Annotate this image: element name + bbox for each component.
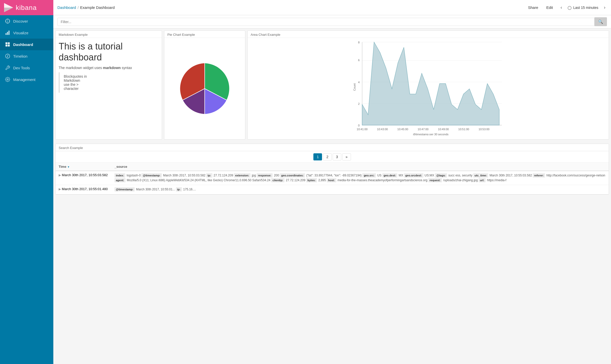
pie-chart-svg	[177, 61, 233, 117]
gear-icon	[5, 77, 10, 82]
page-1-button[interactable]: 1	[313, 153, 322, 160]
breadcrumb: Dashboard / Example Dashboard	[57, 5, 115, 10]
breadcrumb-dashboard-link[interactable]: Dashboard	[57, 5, 76, 10]
pie-chart-panel: Pie Chart Example	[164, 30, 245, 140]
time-prev-button[interactable]: ‹	[559, 4, 564, 11]
svg-rect-11	[6, 42, 8, 44]
edit-button[interactable]: Edit	[544, 4, 555, 11]
logo-text: kibana	[16, 4, 37, 12]
pie-chart-content	[164, 38, 245, 139]
area-chart-svg: 0 2 4 6 8 Count	[250, 39, 607, 135]
page-2-button[interactable]: 2	[323, 153, 332, 160]
field-ip-key: ip:	[206, 173, 212, 177]
sidebar-item-dashboard[interactable]: Dashboard	[0, 39, 53, 50]
sidebar-item-devtools-label: Dev Tools	[13, 66, 30, 70]
main-content: Dashboard / Example Dashboard Share Edit…	[53, 0, 611, 364]
sidebar-item-visualize[interactable]: Visualize	[0, 27, 53, 39]
sidebar-item-timelion-label: Timelion	[13, 54, 27, 58]
field-timestamp-key: @timestamp:	[141, 173, 162, 177]
y-tick-0: 0	[358, 124, 360, 127]
field-tags-key: @tags:	[435, 173, 447, 177]
sidebar-item-discover-label: Discover	[13, 19, 28, 23]
area-chart-panel: Area Chart Example 0 2 4 6 8 Count	[247, 30, 609, 140]
field-index-key: index:	[115, 173, 125, 177]
filterbar: 🔍	[53, 15, 611, 28]
filter-input[interactable]	[57, 18, 594, 26]
y-tick-4: 4	[358, 81, 360, 84]
y-axis-label: Count	[353, 83, 356, 91]
filter-search-button[interactable]: 🔍	[594, 17, 607, 26]
markdown-heading: This is a tutorial dashboard	[59, 41, 159, 63]
field-clientip-key: clientip:	[271, 178, 284, 182]
svg-rect-13	[6, 45, 8, 47]
page-next-button[interactable]: »	[342, 153, 351, 160]
sidebar-item-timelion[interactable]: Timelion	[0, 50, 53, 62]
page-3-button[interactable]: 3	[333, 153, 341, 160]
kibana-logo-icon	[4, 3, 13, 12]
svg-rect-9	[7, 32, 8, 35]
pie-chart-panel-title: Pie Chart Example	[164, 31, 245, 38]
area-chart-content: 0 2 4 6 8 Count	[248, 38, 609, 137]
x-axis-label: @timestamp per 30 seconds	[413, 133, 449, 135]
markdown-body: This is a tutorial dashboard The markdow…	[59, 41, 159, 93]
markdown-panel-content: This is a tutorial dashboard The markdow…	[56, 38, 162, 98]
topbar-actions: Share Edit ‹ ◯ Last 15 minutes ›	[526, 4, 607, 11]
time-next-button[interactable]: ›	[602, 4, 607, 11]
svg-rect-12	[8, 42, 10, 44]
breadcrumb-current: Example Dashboard	[80, 5, 115, 10]
compass-icon	[5, 19, 10, 24]
svg-rect-8	[6, 33, 7, 35]
table-cell-source: index: logstash-0 @timestamp: March 30th…	[111, 171, 609, 185]
results-table: Time ▾ _source ▶ March 30th 2017, 10:55:…	[56, 163, 609, 194]
topbar: Dashboard / Example Dashboard Share Edit…	[53, 0, 611, 15]
table-cell-time: ▶ March 30th 2017, 10:55:03.582	[56, 171, 111, 185]
top-panels: Markdown Example This is a tutorial dash…	[53, 28, 611, 142]
area-chart-path	[362, 42, 499, 125]
sidebar-item-visualize-label: Visualize	[13, 31, 28, 35]
table-cell-time-2: ▶ March 30th 2017, 10:55:01.480	[56, 185, 111, 194]
markdown-panel: Markdown Example This is a tutorial dash…	[55, 30, 162, 140]
row-expand-button[interactable]: ▶	[59, 173, 61, 177]
markdown-blockquote: Blockquotes inMarkdownuse the >character	[59, 72, 159, 93]
time-column-header[interactable]: Time ▾	[56, 163, 111, 171]
field-geo-dest-key: geo.dest:	[382, 173, 397, 177]
sidebar-item-management-label: Management	[13, 77, 36, 82]
sidebar: kibana Discover Visualize	[0, 0, 53, 364]
svg-point-16	[7, 79, 8, 80]
svg-point-3	[7, 21, 8, 21]
field-bytes-key: bytes:	[306, 178, 317, 182]
x-tick-6: 10:51:00	[458, 128, 469, 131]
field-utc-key: utc_time:	[473, 173, 488, 177]
x-tick-3: 10:45:00	[397, 128, 408, 131]
dashboard-content: Markdown Example This is a tutorial dash…	[53, 28, 611, 364]
sidebar-item-devtools[interactable]: Dev Tools	[0, 62, 53, 74]
table-row: ▶ March 30th 2017, 10:55:03.582 index: l…	[56, 171, 609, 185]
share-button[interactable]: Share	[526, 4, 540, 11]
time-label: Last 15 minutes	[573, 6, 598, 10]
search-panel: Search Example 1 2 3 » Time ▾ _source	[55, 144, 609, 195]
y-tick-8: 8	[358, 41, 360, 44]
time-selector[interactable]: ◯ Last 15 minutes	[568, 6, 598, 10]
wrench-icon	[5, 65, 10, 70]
field-geo-srcdest-key: geo.srcdest:	[404, 173, 423, 177]
sort-indicator: ▾	[68, 166, 69, 168]
field-agent-key: agent:	[115, 178, 125, 182]
x-tick-5: 10:49:00	[438, 128, 449, 131]
sidebar-item-discover[interactable]: Discover	[0, 15, 53, 27]
sidebar-item-dashboard-label: Dashboard	[13, 42, 33, 47]
field-geo-coords-key: geo.coordinates:	[280, 173, 305, 177]
markdown-panel-title: Markdown Example	[56, 31, 162, 38]
breadcrumb-separator: /	[77, 5, 78, 10]
y-tick-6: 6	[358, 59, 360, 62]
sidebar-nav: Discover Visualize Dashboard	[0, 15, 53, 85]
sidebar-item-management[interactable]: Management	[0, 74, 53, 85]
pagination-area: 1 2 3 »	[56, 151, 609, 163]
table-row: ▶ March 30th 2017, 10:55:01.480 @timesta…	[56, 185, 609, 194]
dashboard-icon	[5, 42, 10, 47]
logo-area: kibana	[0, 0, 53, 15]
svg-rect-10	[8, 31, 9, 35]
results-table-header: Time ▾ _source	[56, 163, 609, 171]
timelion-icon	[5, 54, 10, 59]
row-2-expand-button[interactable]: ▶	[59, 187, 61, 191]
svg-rect-14	[8, 45, 10, 47]
